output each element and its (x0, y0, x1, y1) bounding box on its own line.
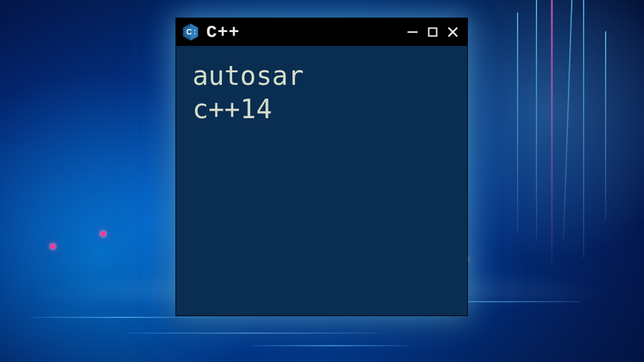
svg-text:C: C (186, 28, 192, 36)
svg-rect-7 (429, 28, 437, 36)
titlebar[interactable]: C + + C++ (176, 18, 467, 46)
application-window: C + + C++ autosar c++14 (175, 18, 468, 316)
window-title: C++ (206, 23, 398, 42)
code-line-2: c++14 (192, 93, 451, 126)
maximize-button[interactable] (425, 24, 441, 40)
minimize-button[interactable] (404, 24, 421, 40)
close-button[interactable] (445, 24, 461, 40)
editor-content[interactable]: autosar c++14 (176, 46, 467, 315)
svg-text:+: + (194, 32, 196, 35)
cpp-logo-icon: C + + (181, 23, 200, 41)
window-controls (404, 24, 461, 40)
code-line-1: autosar (192, 60, 451, 93)
